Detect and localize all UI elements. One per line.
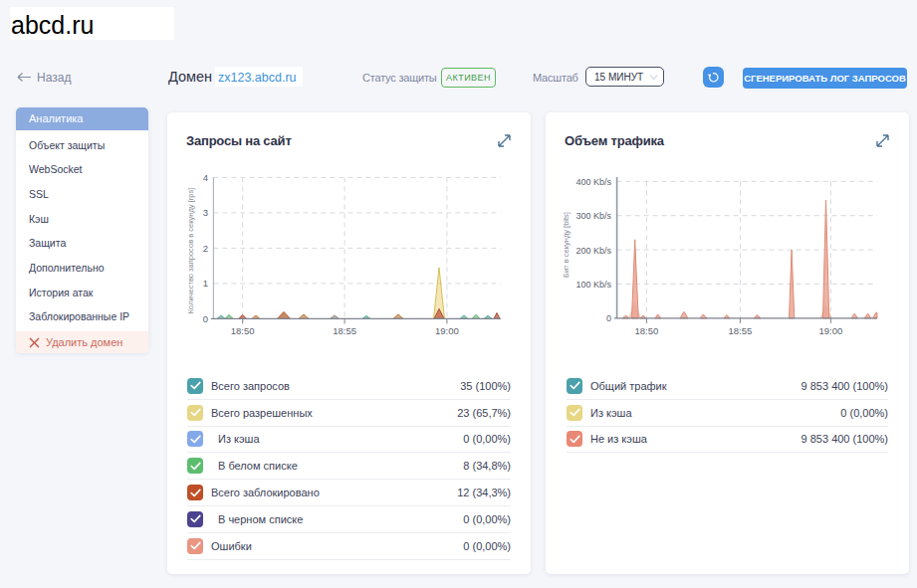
svg-text:200 Kb/s: 200 Kb/s xyxy=(575,246,611,256)
svg-text:18:55: 18:55 xyxy=(333,325,356,336)
svg-text:0: 0 xyxy=(203,313,208,324)
svg-text:Бит в секунду [bits]: Бит в секунду [bits] xyxy=(562,212,571,278)
svg-text:18:50: 18:50 xyxy=(231,325,255,336)
svg-text:18:55: 18:55 xyxy=(729,325,753,336)
svg-text:2: 2 xyxy=(203,243,208,254)
svg-text:400 Kb/s: 400 Kb/s xyxy=(575,177,611,187)
svg-text:19:00: 19:00 xyxy=(819,325,843,336)
svg-text:19:00: 19:00 xyxy=(435,325,459,336)
svg-text:Количество запросов в секунду: Количество запросов в секунду [rps] xyxy=(186,188,195,314)
svg-text:0: 0 xyxy=(606,313,611,323)
svg-text:100 Kb/s: 100 Kb/s xyxy=(575,280,611,290)
svg-text:4: 4 xyxy=(203,172,208,183)
svg-text:300 Kb/s: 300 Kb/s xyxy=(575,211,611,221)
svg-text:18:50: 18:50 xyxy=(635,325,659,336)
svg-text:1: 1 xyxy=(203,278,208,289)
svg-text:3: 3 xyxy=(203,207,208,218)
